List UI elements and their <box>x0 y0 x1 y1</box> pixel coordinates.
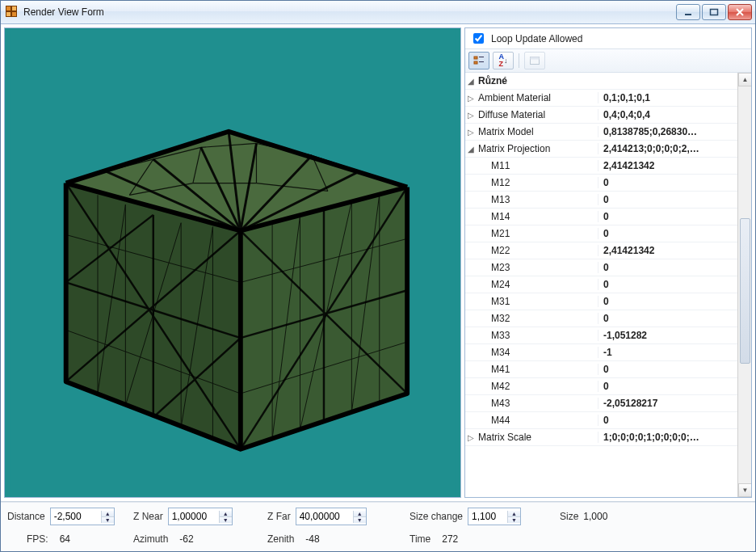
sizechange-spin-up[interactable]: ▲ <box>508 511 520 517</box>
time-value: 272 <box>442 533 474 545</box>
window-frame: Render View Form <box>0 0 756 552</box>
property-label: M14 <box>489 211 598 222</box>
property-row[interactable]: M310 <box>465 293 737 310</box>
property-grid[interactable]: ◢Různé▷Ambient Material0,1;0,1;0,1▷Diffu… <box>465 73 751 497</box>
property-value[interactable]: 0 <box>598 415 737 426</box>
property-label: Ambient Material <box>477 92 598 103</box>
property-value[interactable]: -1,051282 <box>598 330 737 341</box>
property-row[interactable]: M34-1 <box>465 344 737 361</box>
svg-rect-54 <box>479 57 484 57</box>
property-value[interactable]: 0 <box>598 279 737 290</box>
property-value[interactable]: 2,41421342 <box>598 245 737 256</box>
zfar-label: Z Far <box>267 511 291 522</box>
property-label: M43 <box>489 398 598 409</box>
property-value[interactable]: 0 <box>598 262 737 273</box>
scroll-up-button[interactable]: ▲ <box>738 73 751 86</box>
scroll-thumb[interactable] <box>740 218 750 364</box>
property-category[interactable]: ◢Různé <box>465 73 737 90</box>
property-label: M31 <box>489 296 598 307</box>
propertypages-button <box>524 52 545 70</box>
svg-rect-1 <box>711 10 718 15</box>
property-row[interactable]: M230 <box>465 259 737 276</box>
maximize-button[interactable] <box>702 4 726 20</box>
zfar-spin-up[interactable]: ▲ <box>354 511 366 517</box>
property-row[interactable]: M112,41421342 <box>465 158 737 175</box>
property-row[interactable]: M420 <box>465 378 737 395</box>
scroll-down-button[interactable]: ▼ <box>738 483 751 497</box>
property-label: M33 <box>489 330 598 341</box>
property-value[interactable]: 0 <box>598 364 737 375</box>
property-row[interactable]: M120 <box>465 175 737 192</box>
property-value[interactable]: 0 <box>598 313 737 324</box>
property-value[interactable]: 0 <box>598 381 737 392</box>
property-label: M34 <box>489 347 598 358</box>
loop-update-row: Loop Update Allowed <box>465 28 751 49</box>
zenith-value: -48 <box>305 533 338 545</box>
property-row[interactable]: M210 <box>465 225 737 242</box>
svg-rect-0 <box>685 14 691 15</box>
property-value[interactable]: -1 <box>598 347 737 358</box>
property-row[interactable]: M33-1,051282 <box>465 327 737 344</box>
znear-input[interactable]: ▲▼ <box>168 508 233 525</box>
property-row[interactable]: M320 <box>465 310 737 327</box>
property-row[interactable]: M222,41421342 <box>465 242 737 259</box>
alphabetical-button[interactable]: AZ↓ <box>493 52 514 70</box>
loop-update-checkbox[interactable] <box>473 33 484 44</box>
propertygrid-toolbar: AZ↓ <box>465 49 751 73</box>
property-row[interactable]: M130 <box>465 192 737 209</box>
row-expander-icon[interactable]: ◢ <box>465 145 477 154</box>
row-expander-icon[interactable]: ▷ <box>465 433 477 442</box>
property-row[interactable]: M140 <box>465 209 737 225</box>
property-value[interactable]: 0 <box>598 194 737 205</box>
category-expander-icon[interactable]: ◢ <box>465 77 477 86</box>
categorized-button[interactable] <box>468 52 489 70</box>
property-value[interactable]: 0 <box>598 211 737 222</box>
property-grid-scrollbar[interactable]: ▲ ▼ <box>737 73 751 497</box>
property-value[interactable]: 2,414213;0;0;0;0;2,… <box>598 143 737 154</box>
distance-spin-up[interactable]: ▲ <box>102 511 114 517</box>
property-value[interactable]: 0,1;0,1;0,1 <box>598 92 737 103</box>
category-label: Různé <box>477 75 598 86</box>
property-value[interactable]: 0 <box>598 228 737 239</box>
property-label: M21 <box>489 228 598 239</box>
sizechange-spin-down[interactable]: ▼ <box>508 517 520 523</box>
render-viewport[interactable] <box>4 27 461 498</box>
zfar-input[interactable]: ▲▼ <box>296 508 367 525</box>
property-row[interactable]: ▷Diffuse Material0,4;0,4;0,4 <box>465 107 737 124</box>
property-row[interactable]: M410 <box>465 361 737 378</box>
row-expander-icon[interactable]: ▷ <box>465 128 477 137</box>
titlebar[interactable]: Render View Form <box>1 1 755 24</box>
property-row[interactable]: ▷Ambient Material0,1;0,1;0,1 <box>465 90 737 107</box>
property-row[interactable]: ▷Matrix Scale1;0;0;0;0;1;0;0;0;0;… <box>465 429 737 446</box>
sizechange-input[interactable]: ▲▼ <box>468 508 521 525</box>
zfar-spin-down[interactable]: ▼ <box>354 517 366 523</box>
property-value[interactable]: 2,41421342 <box>598 160 737 171</box>
property-value[interactable]: -2,05128217 <box>598 398 737 409</box>
znear-spin-up[interactable]: ▲ <box>220 511 232 517</box>
zfar-field[interactable] <box>296 509 353 524</box>
property-row[interactable]: ◢Matrix Projection2,414213;0;0;0;0;2,… <box>465 141 737 158</box>
distance-input[interactable]: ▲▼ <box>50 508 115 525</box>
property-value[interactable]: 0 <box>598 296 737 307</box>
distance-field[interactable] <box>51 509 101 524</box>
property-label: M42 <box>489 381 598 392</box>
property-label: Matrix Projection <box>477 143 598 154</box>
azimuth-label: Azimuth <box>133 533 168 545</box>
znear-spin-down[interactable]: ▼ <box>220 517 232 523</box>
property-value[interactable]: 0 <box>598 177 737 188</box>
property-value[interactable]: 1;0;0;0;0;1;0;0;0;0;… <box>598 432 737 443</box>
property-row[interactable]: M240 <box>465 276 737 293</box>
znear-field[interactable] <box>169 509 219 524</box>
row-expander-icon[interactable]: ▷ <box>465 111 477 120</box>
property-value[interactable]: 0,4;0,4;0,4 <box>598 109 737 120</box>
distance-spin-down[interactable]: ▼ <box>102 517 114 523</box>
sizechange-field[interactable] <box>468 509 507 524</box>
minimize-button[interactable] <box>676 4 700 20</box>
property-value[interactable]: 0,8138785;0,26830… <box>598 126 737 137</box>
close-button[interactable] <box>728 4 752 20</box>
property-row[interactable]: M43-2,05128217 <box>465 395 737 412</box>
row-expander-icon[interactable]: ▷ <box>465 94 477 103</box>
property-row[interactable]: ▷Matrix Model0,8138785;0,26830… <box>465 124 737 141</box>
loop-update-label: Loop Update Allowed <box>491 33 582 44</box>
property-row[interactable]: M440 <box>465 412 737 429</box>
